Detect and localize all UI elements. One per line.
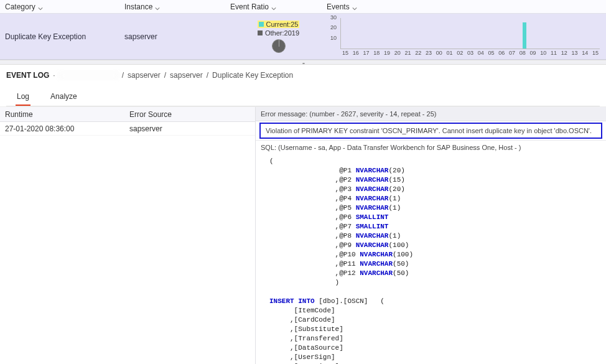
- ratio-current: Current:25: [258, 21, 300, 28]
- col-header-event-ratio-label: Event Ratio: [230, 2, 269, 11]
- summary-header-row: Category Instance Event Ratio Events: [0, 0, 606, 14]
- grip-icon: ••••: [302, 61, 304, 65]
- log-detail: Error message: (number - 2627, severity …: [255, 107, 606, 364]
- log-row-source: sapserver: [129, 124, 162, 133]
- events-chart: 102030 151617181920212223000102030405060…: [327, 14, 606, 60]
- ratio-other: Other:2019: [258, 29, 299, 37]
- sql-code-block: ( @P1 NVARCHAR(20) ,@P2 NVARCHAR(15) ,@P…: [256, 154, 606, 364]
- log-list-row[interactable]: 27-01-2020 08:36:00 sapserver: [0, 122, 255, 136]
- ratio-current-label: Current:25: [266, 21, 299, 28]
- tab-bar: Log Analyze: [6, 88, 600, 106]
- summary-category: Duplicate Key Exception: [0, 32, 124, 41]
- horizontal-splitter[interactable]: ••••: [0, 60, 606, 65]
- col-header-category-label: Category: [5, 2, 35, 11]
- breadcrumb-redacted: [59, 72, 118, 78]
- tab-log[interactable]: Log: [16, 88, 30, 106]
- sql-header: SQL: (Username - sa, App - Data Transfer…: [256, 140, 606, 154]
- error-header: Error message: (number - 2627, severity …: [256, 107, 606, 121]
- col-header-runtime[interactable]: Runtime: [5, 110, 129, 119]
- summary-row[interactable]: Duplicate Key Exception sapserver Curren…: [0, 14, 606, 60]
- breadcrumb-item[interactable]: Duplicate Key Exception: [212, 71, 293, 80]
- breadcrumb-item[interactable]: sapserver: [170, 71, 203, 80]
- ratio-other-label: Other:2019: [265, 29, 299, 37]
- chevron-down-icon: [352, 4, 357, 9]
- breadcrumb: EVENT LOG · / sapserver / sapserver / Du…: [6, 71, 600, 80]
- col-header-error-source[interactable]: Error Source: [129, 110, 172, 119]
- pie-icon: [272, 39, 286, 53]
- chevron-down-icon: [271, 4, 276, 9]
- col-header-instance-label: Instance: [124, 2, 152, 11]
- breadcrumb-item[interactable]: sapserver: [128, 71, 161, 80]
- tab-analyze[interactable]: Analyze: [49, 88, 78, 106]
- log-row-runtime: 27-01-2020 08:36:00: [5, 124, 129, 133]
- col-header-instance[interactable]: Instance: [124, 2, 230, 11]
- error-message: Violation of PRIMARY KEY constraint 'OSC…: [259, 123, 602, 139]
- summary-event-ratio: Current:25 Other:2019: [230, 21, 327, 53]
- log-list-header: Runtime Error Source: [0, 107, 255, 122]
- col-header-events-label: Events: [327, 2, 350, 11]
- square-icon: [259, 22, 264, 27]
- log-list: Runtime Error Source 27-01-2020 08:36:00…: [0, 107, 255, 364]
- col-header-category[interactable]: Category: [0, 2, 124, 11]
- eventlog-header: EVENT LOG · / sapserver / sapserver / Du…: [0, 65, 606, 106]
- chevron-down-icon: [38, 4, 43, 9]
- log-body: Runtime Error Source 27-01-2020 08:36:00…: [0, 106, 606, 364]
- square-icon: [258, 30, 263, 35]
- breadcrumb-sep: ·: [53, 71, 55, 80]
- col-header-event-ratio[interactable]: Event Ratio: [230, 2, 327, 11]
- chevron-down-icon: [155, 4, 160, 9]
- col-header-events[interactable]: Events: [327, 2, 606, 11]
- summary-instance: sapserver: [124, 32, 230, 41]
- page-title: EVENT LOG: [6, 71, 49, 80]
